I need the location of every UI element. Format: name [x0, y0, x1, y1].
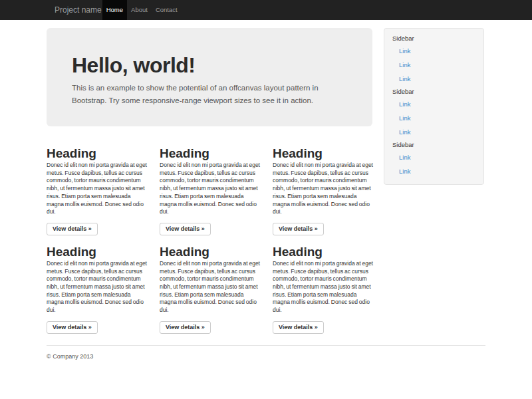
sidebar-link[interactable]: Link: [392, 164, 475, 178]
sidebar-group-heading: Sidebar: [392, 33, 475, 44]
sidebar: Sidebar Link Link Link Sidebar Link Link…: [384, 28, 484, 185]
card-body-text: Donec id elit non mi porta gravida at eg…: [47, 162, 148, 216]
nav-item-home[interactable]: Home: [102, 0, 127, 20]
card-body-text: Donec id elit non mi porta gravida at eg…: [273, 260, 374, 315]
nav-item-about[interactable]: About: [127, 0, 152, 20]
sidebar-link[interactable]: Link: [392, 58, 475, 72]
sidebar-group-heading: Sidebar: [392, 86, 475, 97]
view-details-button[interactable]: View details »: [273, 223, 324, 235]
jumbotron-description: This is an example to show the potential…: [72, 82, 338, 107]
sidebar-link[interactable]: Link: [392, 72, 475, 86]
jumbotron: Hello, world! This is an example to show…: [47, 28, 372, 126]
brand-link[interactable]: Project name: [47, 0, 102, 20]
view-details-button[interactable]: View details »: [47, 223, 98, 235]
nav-item-contact[interactable]: Contact: [152, 0, 182, 20]
main-container: Hello, world! This is an example to show…: [47, 20, 485, 360]
sidebar-group-heading: Sidebar: [392, 139, 475, 150]
content-card: Heading Donec id elit non mi porta gravi…: [273, 146, 374, 235]
card-heading: Heading: [273, 146, 374, 160]
sidebar-link[interactable]: Link: [392, 150, 475, 164]
card-body-text: Donec id elit non mi porta gravida at eg…: [160, 260, 261, 315]
sidebar-link[interactable]: Link: [392, 44, 475, 58]
copyright-text: © Company 2013: [47, 353, 485, 360]
card-body-text: Donec id elit non mi porta gravida at eg…: [160, 162, 261, 216]
navbar-inner: Project name Home About Contact: [47, 0, 485, 20]
sidebar-link[interactable]: Link: [392, 97, 475, 111]
content-card: Heading Donec id elit non mi porta gravi…: [273, 245, 374, 334]
content-card: Heading Donec id elit non mi porta gravi…: [160, 245, 261, 334]
page-title: Hello, world!: [72, 53, 347, 78]
cards-row-1: Heading Donec id elit non mi porta gravi…: [47, 146, 372, 235]
content-card: Heading Donec id elit non mi porta gravi…: [160, 146, 261, 235]
card-heading: Heading: [273, 245, 374, 259]
card-heading: Heading: [47, 146, 148, 160]
card-heading: Heading: [160, 245, 261, 259]
view-details-button[interactable]: View details »: [160, 223, 211, 235]
footer-divider: [47, 345, 485, 346]
sidebar-link[interactable]: Link: [392, 111, 475, 125]
card-body-text: Donec id elit non mi porta gravida at eg…: [273, 162, 374, 216]
sidebar-link[interactable]: Link: [392, 125, 475, 139]
card-body-text: Donec id elit non mi porta gravida at eg…: [47, 260, 148, 315]
view-details-button[interactable]: View details »: [160, 321, 211, 334]
view-details-button[interactable]: View details »: [47, 321, 98, 334]
content-card: Heading Donec id elit non mi porta gravi…: [47, 146, 148, 235]
navbar: Project name Home About Contact: [0, 0, 532, 20]
card-heading: Heading: [47, 245, 148, 259]
content-card: Heading Donec id elit non mi porta gravi…: [47, 245, 148, 334]
view-details-button[interactable]: View details »: [273, 321, 324, 334]
card-heading: Heading: [160, 146, 261, 160]
cards-row-2: Heading Donec id elit non mi porta gravi…: [47, 245, 372, 334]
